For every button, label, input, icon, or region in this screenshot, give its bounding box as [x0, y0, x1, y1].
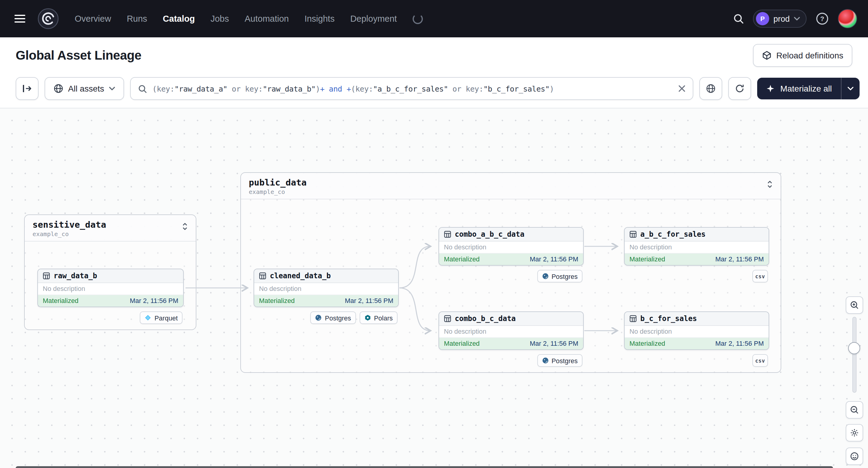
- status-timestamp: Mar 2, 11:56 PM: [345, 297, 393, 304]
- status-badge: Materialized: [629, 340, 665, 347]
- chevron-down-icon: [109, 87, 115, 90]
- gear-icon: [850, 428, 859, 437]
- kind-tag-parquet[interactable]: Parquet: [140, 311, 183, 324]
- node-status-row[interactable]: Materialized Mar 2, 11:56 PM: [254, 295, 398, 307]
- table-icon: [444, 231, 451, 238]
- zoom-slider-knob[interactable]: [848, 342, 860, 354]
- materialize-all-button[interactable]: Materialize all: [757, 78, 860, 99]
- asset-node-combo-b-c-data[interactable]: combo_b_c_data No description Materializ…: [438, 311, 584, 350]
- panel-toggle-icon: [22, 84, 32, 93]
- search-icon[interactable]: [733, 13, 744, 24]
- collapse-group-icon[interactable]: [181, 222, 189, 233]
- kind-tag-postgres[interactable]: Postgres: [311, 311, 356, 324]
- node-description: No description: [38, 283, 183, 295]
- feedback-button[interactable]: [846, 447, 863, 465]
- collapse-group-icon[interactable]: [766, 180, 773, 191]
- postgres-icon: [542, 273, 549, 279]
- nav-links: Overview Runs Catalog Jobs Automation In…: [75, 13, 423, 24]
- nav-item-deployment[interactable]: Deployment: [350, 14, 397, 24]
- clear-search-icon[interactable]: [679, 85, 686, 92]
- materialize-options-button[interactable]: [841, 78, 860, 99]
- asset-search-input[interactable]: (key:"raw_data_a" or key:"raw_data_b")+ …: [130, 77, 693, 100]
- top-nav: Overview Runs Catalog Jobs Automation In…: [0, 0, 868, 37]
- group-location: example_co: [249, 189, 307, 195]
- asset-node-b-c-for-sales[interactable]: b_c_for_sales No description Materialize…: [624, 311, 769, 350]
- smiley-icon: [850, 452, 859, 461]
- kind-tag-polars[interactable]: Polars: [360, 311, 398, 324]
- graph-settings-button[interactable]: [846, 424, 863, 441]
- nav-item-catalog[interactable]: Catalog: [163, 14, 195, 24]
- asset-node-a-b-c-for-sales[interactable]: a_b_c_for_sales No description Materiali…: [624, 227, 769, 266]
- group-title: sensitive_data: [33, 220, 106, 229]
- horizontal-scrollbar[interactable]: [16, 466, 833, 468]
- sparkle-icon: [767, 84, 775, 93]
- postgres-icon: [315, 314, 322, 321]
- search-query[interactable]: (key:"raw_data_a" or key:"raw_data_b")+ …: [152, 84, 673, 93]
- full-graph-button[interactable]: [700, 77, 722, 100]
- node-status-row[interactable]: Materialized Mar 2, 11:56 PM: [625, 338, 769, 349]
- node-status-row[interactable]: Materialized Mar 2, 11:56 PM: [439, 338, 583, 349]
- refresh-button[interactable]: [728, 77, 751, 100]
- asset-node-raw-data-b[interactable]: raw_data_b No description Materialized M…: [37, 269, 184, 307]
- user-avatar[interactable]: [838, 9, 857, 28]
- open-panel-button[interactable]: [16, 77, 38, 100]
- page-title: Global Asset Lineage: [16, 48, 142, 63]
- postgres-icon: [542, 357, 549, 364]
- nav-item-insights[interactable]: Insights: [305, 14, 335, 24]
- status-badge: Materialized: [259, 297, 295, 304]
- parquet-icon: [145, 314, 152, 321]
- kind-tag-postgres[interactable]: Postgres: [537, 354, 583, 367]
- status-timestamp: Mar 2, 11:56 PM: [530, 340, 578, 347]
- nav-item-overview[interactable]: Overview: [75, 14, 111, 24]
- kind-tag-csv[interactable]: csv: [752, 270, 768, 282]
- node-description: No description: [254, 283, 398, 295]
- kind-tag-csv[interactable]: csv: [752, 354, 768, 367]
- code-location-icon: [762, 51, 771, 60]
- reload-definitions-button[interactable]: Reload definitions: [753, 44, 852, 67]
- status-badge: Materialized: [444, 340, 480, 347]
- nav-right: P prod ?: [733, 9, 857, 28]
- node-status-row[interactable]: Materialized Mar 2, 11:56 PM: [625, 254, 769, 265]
- zoom-slider-track[interactable]: [852, 317, 857, 393]
- globe-icon: [54, 84, 63, 93]
- help-icon[interactable]: ?: [815, 12, 829, 25]
- app: Overview Runs Catalog Jobs Automation In…: [0, 0, 868, 468]
- nav-item-jobs[interactable]: Jobs: [211, 14, 229, 24]
- deployment-badge: P: [756, 12, 769, 25]
- node-status-row[interactable]: Materialized Mar 2, 11:56 PM: [38, 295, 183, 307]
- zoom-in-button[interactable]: [846, 297, 863, 314]
- node-description: No description: [439, 242, 583, 254]
- chevron-down-icon: [847, 87, 854, 90]
- status-timestamp: Mar 2, 11:56 PM: [130, 297, 178, 304]
- chevron-down-icon: [794, 17, 800, 21]
- deployment-switcher[interactable]: P prod: [753, 10, 807, 28]
- status-timestamp: Mar 2, 11:56 PM: [715, 340, 764, 347]
- asset-node-combo-a-b-c-data[interactable]: combo_a_b_c_data No description Material…: [438, 227, 584, 266]
- dagster-logo-icon[interactable]: [37, 8, 59, 30]
- table-icon: [444, 315, 451, 322]
- asset-scope-dropdown[interactable]: All assets: [44, 77, 124, 100]
- lineage-toolbar: All assets (key:"raw_data_a" or key:"raw…: [0, 73, 868, 108]
- status-badge: Materialized: [629, 255, 665, 262]
- table-icon: [43, 272, 50, 279]
- loading-spinner-icon: [413, 13, 423, 24]
- zoom-out-button[interactable]: [846, 401, 863, 418]
- asset-node-cleaned-data-b[interactable]: cleaned_data_b No description Materializ…: [254, 269, 399, 307]
- nav-item-automation[interactable]: Automation: [245, 14, 289, 24]
- table-icon: [629, 231, 637, 238]
- status-badge: Materialized: [444, 255, 480, 262]
- nav-item-runs[interactable]: Runs: [127, 14, 147, 24]
- page-header: Global Asset Lineage Reload definitions: [0, 37, 868, 73]
- zoom-in-icon: [850, 301, 859, 310]
- zoom-out-icon: [850, 405, 859, 414]
- node-description: No description: [625, 242, 769, 254]
- lineage-canvas[interactable]: sensitive_data example_co public_data ex…: [0, 108, 868, 468]
- kind-tag-postgres[interactable]: Postgres: [537, 270, 583, 282]
- polars-icon: [365, 314, 371, 321]
- status-timestamp: Mar 2, 11:56 PM: [530, 255, 578, 262]
- status-timestamp: Mar 2, 11:56 PM: [715, 255, 764, 262]
- node-status-row[interactable]: Materialized Mar 2, 11:56 PM: [439, 254, 583, 265]
- search-icon: [138, 84, 147, 93]
- menu-icon[interactable]: [12, 11, 28, 27]
- refresh-icon: [735, 84, 745, 93]
